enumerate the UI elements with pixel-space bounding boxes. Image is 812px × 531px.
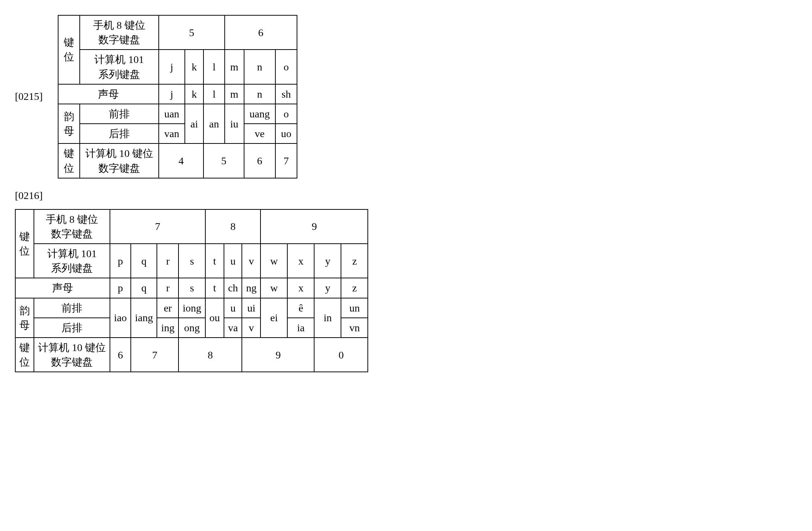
- table-row: 后排 van ve uo: [58, 124, 297, 143]
- table-row: 韵母 前排 uan ai an iu uang o: [58, 104, 297, 124]
- cell-bv: v: [242, 318, 260, 338]
- cell-b5: 5: [203, 143, 244, 178]
- cell-sy: y: [314, 278, 341, 298]
- cell-sw: w: [260, 278, 287, 298]
- cell-sl: l: [203, 84, 224, 104]
- cell-iao: iao: [110, 298, 131, 338]
- cell-iu: iu: [225, 104, 244, 143]
- keymap-table-1: 键位 手机 8 键位数字键盘 5 6 计算机 101系列键盘 j k l m n…: [58, 15, 297, 178]
- cell-l: l: [203, 50, 224, 84]
- table-row: 键位 手机 8 键位数字键盘 7 8 9: [15, 209, 368, 244]
- table-row: 韵母 前排 iao iang er iong ou u ui ei ê in u…: [15, 298, 368, 318]
- cell-sq: q: [131, 278, 157, 298]
- cell-st: t: [205, 278, 224, 298]
- cell-x: x: [287, 244, 314, 278]
- cell-fu: u: [224, 298, 242, 318]
- cell-initial: 声母: [58, 84, 159, 104]
- cell-v: v: [242, 244, 260, 278]
- cell-phone8: 手机 8 键位数字键盘: [34, 209, 110, 244]
- cell-b4: 4: [159, 143, 204, 178]
- cell-ve: ve: [244, 124, 275, 143]
- keymap-table-2: 键位 手机 8 键位数字键盘 7 8 9 计算机 101系列键盘 p q r s…: [15, 209, 368, 373]
- cell-front: 前排: [34, 298, 110, 318]
- cell-o: o: [275, 50, 297, 84]
- cell-ehat: ê: [287, 298, 314, 318]
- cell-5: 5: [159, 15, 225, 50]
- cell-sm: m: [225, 84, 244, 104]
- cell-sp: p: [110, 278, 131, 298]
- cell-uang: uang: [244, 104, 275, 124]
- cell-in: in: [314, 298, 341, 338]
- cell-er: er: [157, 298, 178, 318]
- cell-ing: ing: [157, 318, 178, 338]
- cell-sng: ng: [242, 278, 260, 298]
- cell-j: j: [159, 50, 185, 84]
- cell-b0: 0: [314, 338, 368, 372]
- cell-b8: 8: [178, 338, 242, 372]
- cell-r: r: [157, 244, 178, 278]
- table-row: 声母 j k l m n sh: [58, 84, 297, 104]
- cell-uo: uo: [275, 124, 297, 143]
- cell-final: 韵母: [58, 104, 80, 143]
- cell-sn: n: [244, 84, 275, 104]
- table-row: 计算机 101系列键盘 p q r s t u v w x y z: [15, 244, 368, 278]
- cell-back: 后排: [34, 318, 110, 338]
- cell-uan: uan: [159, 104, 185, 124]
- cell-7: 7: [110, 209, 205, 244]
- cell-ai: ai: [185, 104, 203, 143]
- cell-sz: z: [341, 278, 368, 298]
- cell-t: t: [205, 244, 224, 278]
- cell-final: 韵母: [15, 298, 34, 338]
- cell-w: w: [260, 244, 287, 278]
- table-row: 计算机 101系列键盘 j k l m n o: [58, 50, 297, 84]
- cell-va: va: [224, 318, 242, 338]
- cell-key-pos-bottom: 键位: [15, 338, 34, 372]
- cell-z: z: [341, 244, 368, 278]
- cell-9: 9: [260, 209, 368, 244]
- cell-6: 6: [225, 15, 297, 50]
- cell-sj: j: [159, 84, 185, 104]
- cell-fo: o: [275, 104, 297, 124]
- cell-k: k: [185, 50, 203, 84]
- cell-b7: 7: [131, 338, 178, 372]
- cell-b7: 7: [275, 143, 297, 178]
- cell-p: p: [110, 244, 131, 278]
- paragraph-number-0215: [0215]: [15, 91, 43, 102]
- cell-8: 8: [205, 209, 260, 244]
- cell-sk: k: [185, 84, 203, 104]
- cell-iang: iang: [131, 298, 157, 338]
- cell-m: m: [225, 50, 244, 84]
- cell-an: an: [203, 104, 224, 143]
- cell-q: q: [131, 244, 157, 278]
- cell-ssh: sh: [275, 84, 297, 104]
- table-row: 键位 手机 8 键位数字键盘 5 6: [58, 15, 297, 50]
- cell-front: 前排: [80, 104, 159, 124]
- cell-phone8: 手机 8 键位数字键盘: [80, 15, 159, 50]
- cell-sch: ch: [224, 278, 242, 298]
- cell-ong: ong: [178, 318, 205, 338]
- table-row: 声母 p q r s t ch ng w x y z: [15, 278, 368, 298]
- cell-comp101: 计算机 101系列键盘: [80, 50, 159, 84]
- cell-comp10: 计算机 10 键位数字键盘: [34, 338, 110, 372]
- cell-key-pos: 键位: [15, 209, 34, 278]
- cell-b6: 6: [110, 338, 131, 372]
- cell-ss: s: [178, 278, 205, 298]
- cell-sr: r: [157, 278, 178, 298]
- cell-ei: ei: [260, 298, 287, 338]
- cell-ia: ia: [287, 318, 314, 338]
- cell-s: s: [178, 244, 205, 278]
- cell-ui: ui: [242, 298, 260, 318]
- cell-iong: iong: [178, 298, 205, 318]
- section-0216: 键位 手机 8 键位数字键盘 7 8 9 计算机 101系列键盘 p q r s…: [15, 209, 797, 373]
- cell-vn: vn: [341, 318, 368, 338]
- cell-key-pos: 键位: [58, 15, 80, 84]
- cell-y: y: [314, 244, 341, 278]
- cell-b6: 6: [244, 143, 275, 178]
- table-row: 键位 计算机 10 键位数字键盘 4 5 6 7: [58, 143, 297, 178]
- cell-back: 后排: [80, 124, 159, 143]
- cell-initial: 声母: [15, 278, 110, 298]
- cell-u: u: [224, 244, 242, 278]
- cell-comp10: 计算机 10 键位数字键盘: [80, 143, 159, 178]
- cell-b9: 9: [242, 338, 314, 372]
- cell-comp101: 计算机 101系列键盘: [34, 244, 110, 278]
